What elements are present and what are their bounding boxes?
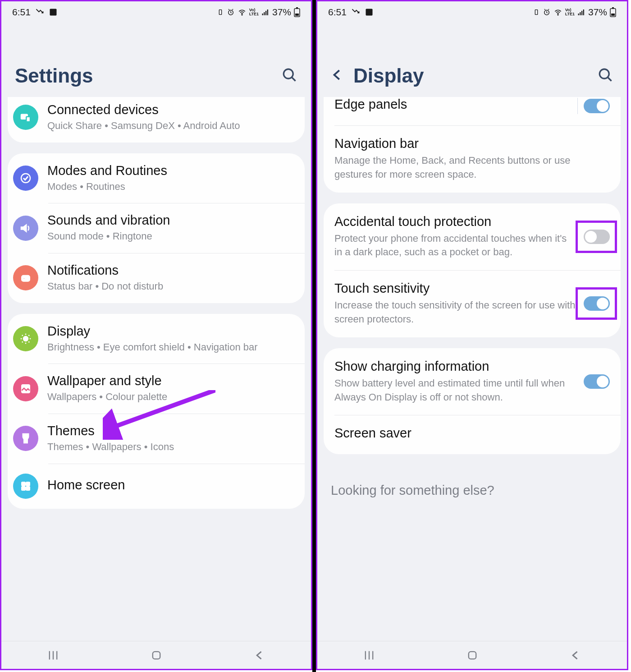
svg-rect-34 — [581, 11, 582, 15]
row-title: Notifications — [47, 263, 297, 278]
settings-row-notifications[interactable]: NotificationsStatus bar • Do not disturb — [8, 253, 305, 303]
row-subtitle: Modes • Routines — [47, 180, 297, 193]
settings-row-themes[interactable]: ThemesThemes • Wallpapers • Icons — [8, 414, 305, 464]
settings-row-wallpaper-and-style[interactable]: Wallpaper and styleWallpapers • Colour p… — [8, 364, 305, 414]
svg-rect-38 — [611, 14, 615, 16]
settings-row-display[interactable]: DisplayBrightness • Eye comfort shield •… — [8, 314, 305, 364]
toggle-switch[interactable] — [584, 296, 610, 311]
display-header: Display — [317, 23, 627, 105]
page-title: Settings — [15, 64, 93, 87]
display-row-touch-sensitivity[interactable]: Touch sensitivityIncrease the touch sens… — [324, 270, 621, 337]
svg-point-11 — [283, 69, 293, 78]
settings-group: Connected devicesQuick Share • Samsung D… — [8, 97, 305, 143]
svg-rect-5 — [264, 12, 265, 15]
search-button[interactable] — [597, 67, 613, 85]
search-button[interactable] — [281, 67, 297, 85]
vibrate-icon — [533, 9, 540, 16]
display-group: Accidental touch protectionProtect your … — [324, 203, 621, 337]
image-icon — [49, 8, 58, 17]
settings-row-home-screen[interactable]: Home screen — [8, 464, 305, 509]
missed-call-icon — [35, 8, 44, 17]
display-icon — [13, 326, 38, 351]
toggle-switch[interactable] — [584, 99, 610, 113]
svg-rect-35 — [583, 9, 584, 15]
display-group: Edge panelsNavigation barManage the Home… — [324, 97, 621, 193]
clock: 6:51 — [328, 7, 347, 18]
row-subtitle: Manage the Home, Back, and Recents butto… — [334, 154, 610, 182]
android-navbar — [1, 641, 311, 669]
status-bar: 6:51 Vo)LTE1 37% — [317, 1, 627, 23]
row-title: Show charging information — [334, 359, 576, 374]
vibrate-icon — [217, 9, 224, 16]
recents-button[interactable] — [44, 646, 62, 664]
row-title: Connected devices — [47, 102, 297, 117]
svg-rect-19 — [22, 482, 25, 486]
svg-rect-28 — [366, 9, 372, 16]
android-navbar — [317, 641, 627, 669]
alarm-icon — [543, 8, 551, 16]
header-back-button[interactable] — [331, 68, 344, 83]
toggle-switch[interactable] — [584, 374, 610, 389]
display-group: Show charging informationShow battery le… — [324, 348, 621, 455]
svg-rect-9 — [296, 7, 298, 9]
connected-icon — [13, 105, 38, 130]
display-row-screen-saver[interactable]: Screen saver — [324, 415, 621, 454]
svg-point-3 — [242, 14, 242, 15]
notif-icon — [13, 265, 38, 290]
alarm-icon — [227, 8, 235, 16]
svg-rect-43 — [468, 651, 476, 658]
row-title: Home screen — [47, 478, 297, 492]
row-title: Edge panels — [334, 97, 576, 112]
looking-for-text: Looking for something else? — [317, 465, 627, 498]
svg-rect-33 — [580, 12, 581, 15]
row-title: Themes — [47, 423, 297, 438]
row-subtitle: Quick Share • Samsung DeX • Android Auto — [47, 119, 297, 133]
svg-point-17 — [23, 336, 28, 341]
back-button[interactable] — [251, 646, 269, 664]
back-button[interactable] — [567, 646, 585, 664]
svg-rect-6 — [265, 11, 266, 15]
row-subtitle: Themes • Wallpapers • Icons — [47, 440, 297, 454]
home-icon — [13, 474, 38, 499]
row-subtitle: Show battery level and estimated time un… — [334, 377, 576, 405]
row-subtitle: Increase the touch sensitivity of the sc… — [334, 299, 576, 327]
settings-row-sounds-and-vibration[interactable]: Sounds and vibrationSound mode • Rington… — [8, 203, 305, 253]
settings-group: DisplayBrightness • Eye comfort shield •… — [8, 314, 305, 509]
clock: 6:51 — [12, 7, 31, 18]
svg-point-39 — [599, 69, 609, 78]
toggle-switch[interactable] — [584, 230, 610, 244]
svg-point-16 — [23, 278, 25, 280]
row-subtitle: Brightness • Eye comfort shield • Naviga… — [47, 341, 297, 354]
sound-icon — [13, 216, 38, 241]
display-row-edge-panels[interactable]: Edge panels — [324, 97, 621, 125]
svg-rect-1 — [219, 10, 221, 15]
svg-rect-29 — [535, 10, 537, 15]
settings-list[interactable]: Connected devicesQuick Share • Samsung D… — [1, 97, 311, 641]
row-title: Wallpaper and style — [47, 373, 297, 388]
display-list[interactable]: Edge panelsNavigation barManage the Home… — [317, 97, 627, 641]
svg-rect-22 — [26, 487, 30, 490]
signal-icon — [577, 8, 585, 16]
home-button[interactable] — [463, 646, 481, 664]
home-button[interactable] — [147, 646, 165, 664]
svg-rect-21 — [22, 487, 25, 490]
svg-rect-32 — [578, 14, 579, 15]
battery-icon — [610, 7, 616, 17]
battery-pct: 37% — [272, 7, 291, 18]
row-title: Navigation bar — [334, 136, 610, 151]
settings-row-modes-and-routines[interactable]: Modes and RoutinesModes • Routines — [8, 153, 305, 203]
row-subtitle: Sound mode • Ringtone — [47, 230, 297, 243]
volte-icon: Vo)LTE1 — [565, 8, 575, 16]
battery-pct: 37% — [588, 7, 607, 18]
settings-row-connected-devices[interactable]: Connected devicesQuick Share • Samsung D… — [8, 97, 305, 143]
svg-rect-37 — [612, 7, 614, 9]
display-row-show-charging-information[interactable]: Show charging informationShow battery le… — [324, 348, 621, 415]
settings-header: Settings — [1, 23, 311, 105]
display-row-navigation-bar[interactable]: Navigation barManage the Home, Back, and… — [324, 125, 621, 193]
missed-call-icon — [351, 8, 360, 17]
recents-button[interactable] — [360, 646, 378, 664]
modes-icon — [13, 166, 38, 191]
phone-display-settings: 6:51 Vo)LTE1 37% Display Edge panelsNavi… — [316, 0, 628, 670]
svg-rect-10 — [295, 14, 299, 16]
display-row-accidental-touch-protection[interactable]: Accidental touch protectionProtect your … — [324, 203, 621, 271]
